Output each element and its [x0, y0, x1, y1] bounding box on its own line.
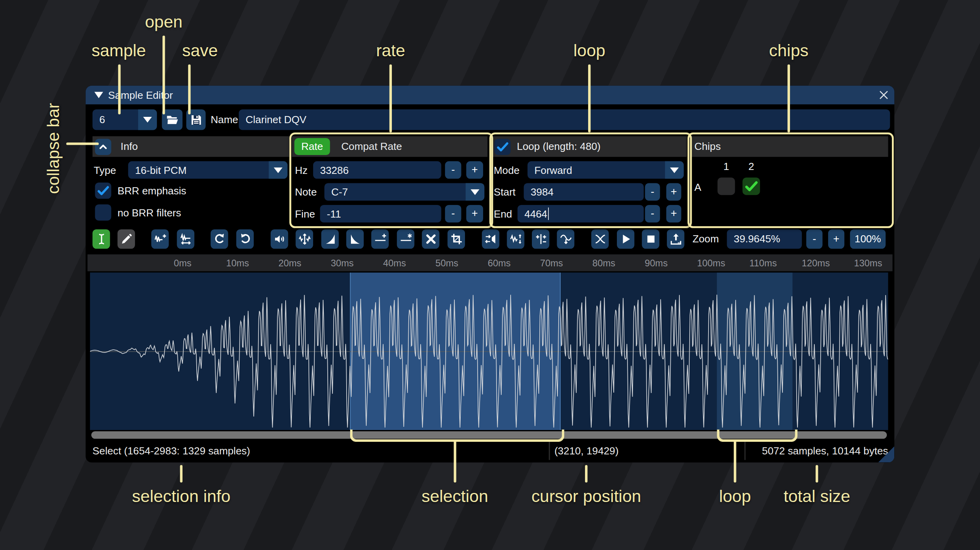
- ibeam-icon: [95, 233, 108, 245]
- info-panel-title: Info: [121, 136, 138, 157]
- redo-icon: [238, 233, 251, 245]
- chevron-down-icon[interactable]: [466, 183, 485, 200]
- chips-grid: 12A: [690, 157, 888, 223]
- undo-button[interactable]: [210, 229, 228, 249]
- loop-end-input[interactable]: 4464: [517, 205, 644, 222]
- close-icon[interactable]: [878, 89, 890, 101]
- annotation-label-save: save: [106, 41, 294, 61]
- zoom-input[interactable]: 39.9645%: [727, 229, 802, 249]
- fine-minus-button[interactable]: -: [445, 205, 461, 222]
- loop-mode-select[interactable]: Forward: [528, 161, 684, 179]
- zoom-out-button[interactable]: -: [806, 229, 822, 249]
- loop-start-label: Start: [494, 183, 515, 200]
- tab-rate[interactable]: Rate: [294, 138, 330, 155]
- loop-start-minus-button[interactable]: -: [645, 183, 660, 200]
- loop-start-input[interactable]: 3984: [524, 183, 644, 200]
- annotation-label-cursor-position: cursor position: [480, 487, 692, 506]
- info-collapse-button[interactable]: [95, 139, 111, 155]
- reverse-button[interactable]: [482, 229, 499, 249]
- no-brr-filters-checkbox[interactable]: [95, 204, 111, 220]
- tab-compat-rate[interactable]: Compat Rate: [334, 138, 409, 155]
- speaker-icon: [273, 233, 286, 245]
- note-select[interactable]: C-7: [325, 183, 485, 200]
- hz-input[interactable]: 33286: [313, 161, 441, 179]
- loop-end-plus-button[interactable]: +: [666, 205, 681, 222]
- rate-panel-header: Rate Compat Rate: [292, 136, 487, 157]
- status-bar: Select (1654-2983: 1329 samples) (3210, …: [86, 439, 895, 463]
- silence-star-icon: [399, 233, 412, 245]
- hz-label: Hz: [295, 161, 308, 179]
- loop-end-minus-button[interactable]: -: [645, 205, 660, 222]
- sample-editor-window: Sample Editor 6 Nam: [86, 86, 895, 463]
- resample-button[interactable]: [177, 229, 194, 249]
- zoom-reset-button[interactable]: 100%: [850, 229, 886, 249]
- make-instrument-button[interactable]: [667, 229, 684, 249]
- normalize-button[interactable]: [295, 229, 313, 249]
- fade-in-button[interactable]: [321, 229, 339, 249]
- brr-emphasis-label: BRR emphasis: [118, 183, 186, 199]
- trim-button[interactable]: [447, 229, 465, 249]
- timeline-tick: 0ms: [174, 255, 192, 271]
- invert-button[interactable]: [507, 229, 524, 249]
- silence-plus-icon: [373, 233, 386, 245]
- info-panel-header[interactable]: Info: [92, 136, 289, 157]
- fine-input[interactable]: -11: [320, 205, 441, 222]
- annotation-label-selection: selection: [349, 487, 561, 506]
- fade-in-icon: [323, 233, 336, 245]
- horizontal-scrollbar[interactable]: [91, 431, 887, 439]
- sign-icon: [534, 233, 547, 245]
- fine-plus-button[interactable]: +: [466, 205, 483, 222]
- selection-info-text: Select (1654-2983: 1329 samples): [92, 439, 250, 463]
- amplify-button[interactable]: [271, 229, 288, 249]
- filter-button[interactable]: [557, 229, 574, 249]
- timeline-tick: 110ms: [749, 255, 777, 271]
- select-mode-button[interactable]: [92, 229, 110, 249]
- loop-panel-title: Loop (length: 480): [517, 136, 601, 157]
- waveform-display[interactable]: [90, 273, 888, 430]
- stop-preview-button[interactable]: [642, 229, 659, 249]
- timeline-tick: 80ms: [592, 255, 615, 271]
- signed-unsigned-button[interactable]: [532, 229, 549, 249]
- chip-checkbox[interactable]: [742, 177, 760, 195]
- hz-minus-button[interactable]: -: [445, 161, 461, 179]
- zoom-in-button[interactable]: +: [828, 229, 844, 249]
- fine-label: Fine: [295, 205, 315, 222]
- type-value: 16-bit PCM: [135, 161, 186, 179]
- chip-checkbox[interactable]: [718, 177, 735, 195]
- chevron-down-icon[interactable]: [665, 161, 684, 179]
- hz-plus-button[interactable]: +: [466, 161, 483, 179]
- brr-emphasis-checkbox[interactable]: [95, 183, 111, 199]
- annotation-line-cursor-position: [585, 465, 587, 482]
- wave-stretch-icon: [179, 233, 192, 245]
- delete-button[interactable]: [422, 229, 439, 249]
- sample-index-select[interactable]: 6: [92, 109, 157, 130]
- text-caret: [548, 207, 549, 220]
- resize-button[interactable]: [151, 229, 168, 249]
- status-separator: [744, 442, 746, 460]
- fade-out-button[interactable]: [346, 229, 364, 249]
- hz-value: 33286: [320, 161, 349, 179]
- sample-name-input[interactable]: Clarinet DQV: [239, 109, 890, 130]
- timeline-tick: 50ms: [436, 255, 458, 271]
- type-select[interactable]: 16-bit PCM: [128, 161, 288, 179]
- wave-plus-icon: [153, 233, 166, 245]
- timeline-tick: 10ms: [226, 255, 249, 271]
- crossfade-button[interactable]: [591, 229, 609, 249]
- annotation-label-total-size: total size: [711, 487, 923, 506]
- draw-mode-button[interactable]: [118, 229, 135, 249]
- stop-icon: [644, 233, 657, 245]
- loop-end-label: End: [494, 205, 512, 222]
- timeline-ruler[interactable]: 0ms10ms20ms30ms40ms50ms60ms70ms80ms90ms1…: [87, 255, 892, 271]
- open-sample-button[interactable]: [162, 109, 182, 130]
- preview-sample-button[interactable]: [617, 229, 634, 249]
- chevron-down-icon[interactable]: [138, 109, 157, 130]
- apply-silence-button[interactable]: [397, 229, 414, 249]
- redo-button[interactable]: [236, 229, 254, 249]
- save-sample-button[interactable]: [186, 109, 205, 130]
- chevron-down-icon[interactable]: [269, 161, 288, 179]
- window-collapse-icon[interactable]: [94, 92, 103, 98]
- window-titlebar[interactable]: Sample Editor: [86, 86, 895, 105]
- insert-silence-button[interactable]: [371, 229, 389, 249]
- loop-enable-checkbox[interactable]: [495, 139, 511, 155]
- loop-start-plus-button[interactable]: +: [666, 183, 681, 200]
